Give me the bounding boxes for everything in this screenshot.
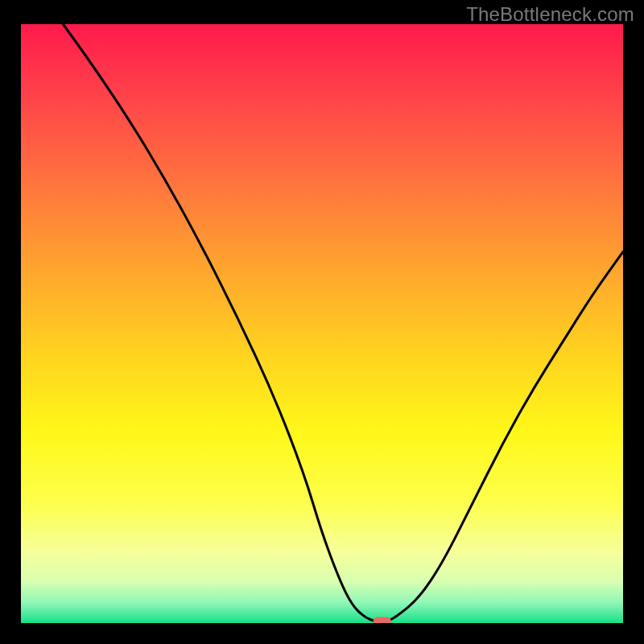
watermark-text: TheBottleneck.com (466, 3, 634, 26)
chart-frame: TheBottleneck.com (0, 0, 644, 644)
bottleneck-chart (21, 24, 623, 623)
curve-minimum-marker (374, 617, 391, 624)
